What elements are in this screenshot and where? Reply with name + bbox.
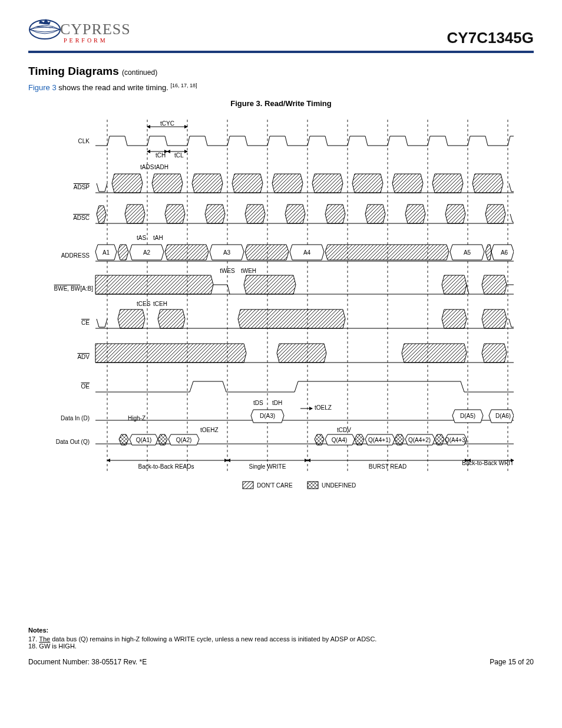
- svg-text:OE: OE: [81, 383, 90, 390]
- svg-text:Q(A4+1): Q(A4+1): [368, 437, 391, 443]
- svg-text:Data Out (Q): Data Out (Q): [56, 439, 90, 445]
- figure-title: Figure 3. Read/Write Timing: [28, 99, 534, 108]
- svg-text:tDS: tDS: [253, 400, 263, 406]
- section-title: Timing Diagrams (continued): [28, 65, 534, 78]
- svg-text:UNDEFINED: UNDEFINED: [322, 482, 356, 489]
- svg-text:tOELZ: tOELZ: [315, 404, 332, 411]
- intro-rest: shows the read and write timing.: [58, 83, 168, 92]
- part-number: CY7C1345G: [447, 29, 534, 47]
- intro-text: Figure 3 shows the read and write timing…: [28, 83, 534, 92]
- svg-text:[A:B]: [A:B]: [80, 285, 93, 292]
- svg-text:A3: A3: [223, 249, 231, 256]
- svg-text:ADSC: ADSC: [73, 215, 90, 221]
- svg-text:tCES: tCES: [137, 301, 151, 307]
- svg-text:Back-to-Back READs: Back-to-Back READs: [138, 463, 194, 470]
- page-number: Page 15 of 20: [490, 658, 534, 666]
- svg-text:D(A6): D(A6): [495, 413, 511, 419]
- svg-text:Back-to-Back WRITEs: Back-to-Back WRITEs: [462, 460, 514, 466]
- svg-text:D(A5): D(A5): [460, 413, 475, 419]
- svg-text:D(A3): D(A3): [260, 413, 275, 419]
- svg-text:ADDRESS: ADDRESS: [61, 252, 90, 259]
- svg-text:Q(A4+3): Q(A4+3): [445, 437, 467, 443]
- notes-section: Notes: 17. The data bus (Q) remains in h…: [28, 627, 534, 650]
- svg-text:Q(A1): Q(A1): [136, 437, 152, 443]
- page-footer: Document Number: 38-05517 Rev. *E Page 1…: [28, 658, 534, 666]
- svg-text:ADSP: ADSP: [74, 184, 90, 190]
- svg-text:Single WRITE: Single WRITE: [249, 463, 286, 470]
- logo-name: CYPRESS: [60, 22, 131, 37]
- svg-text:tCYC: tCYC: [160, 120, 174, 127]
- note-17: 17. The data bus (Q) remains in high-Z f…: [28, 635, 534, 643]
- svg-text:A1: A1: [103, 249, 110, 256]
- continued-label: (continued): [122, 68, 157, 77]
- svg-text:tCL: tCL: [174, 152, 184, 159]
- svg-text:A2: A2: [143, 249, 151, 256]
- svg-text:Q(A2): Q(A2): [176, 437, 192, 443]
- page-header: CYPRESS PERFORM CY7C1345G: [28, 18, 534, 53]
- svg-text:tOEHZ: tOEHZ: [200, 427, 219, 433]
- svg-text:A5: A5: [464, 249, 471, 256]
- svg-text:A4: A4: [303, 249, 311, 256]
- svg-text:Data In (D): Data In (D): [61, 415, 90, 421]
- svg-text:tCH: tCH: [156, 152, 166, 159]
- svg-text:High-Z: High-Z: [128, 415, 146, 421]
- svg-text:DON'T CARE: DON'T CARE: [257, 482, 293, 489]
- note-18: 18. GW is HIGH.: [28, 643, 534, 650]
- svg-text:tADS: tADS: [140, 164, 154, 170]
- notes-title: Notes:: [28, 627, 48, 634]
- figure-link[interactable]: Figure 3: [28, 83, 57, 92]
- svg-text:tDH: tDH: [272, 400, 282, 406]
- svg-text:tCEH: tCEH: [153, 301, 167, 307]
- svg-text:Q(A4+2): Q(A4+2): [408, 437, 431, 443]
- intro-refs: [16, 17, 18]: [170, 83, 197, 88]
- svg-text:ADV: ADV: [77, 354, 90, 360]
- svg-text:CE: CE: [81, 319, 90, 326]
- logo-tagline: PERFORM: [64, 37, 131, 44]
- svg-text:tADH: tADH: [154, 164, 168, 170]
- svg-text:BURST READ: BURST READ: [369, 463, 406, 470]
- svg-text:tAH: tAH: [153, 235, 163, 241]
- logo: CYPRESS PERFORM: [28, 18, 131, 47]
- svg-text:BWE, BW: BWE, BW: [54, 285, 81, 292]
- svg-rect-75: [243, 482, 253, 489]
- timing-diagram: CLK tCYC tCH tCL ADSP tADS tADH ADSC: [28, 114, 534, 491]
- title-text: Timing Diagrams: [28, 65, 119, 77]
- note-17-text: The data bus (Q) remains in high-Z follo…: [39, 635, 376, 643]
- svg-text:A6: A6: [501, 249, 508, 256]
- svg-rect-77: [308, 482, 318, 489]
- svg-text:tWEH: tWEH: [241, 268, 256, 274]
- svg-text:tAS: tAS: [137, 235, 146, 241]
- svg-text:tCDV: tCDV: [337, 427, 351, 433]
- svg-text:CLK: CLK: [78, 138, 90, 144]
- logo-glyph-icon: [28, 18, 61, 47]
- svg-text:tWES: tWES: [220, 268, 235, 274]
- svg-text:Q(A4): Q(A4): [332, 437, 348, 443]
- doc-number: Document Number: 38-05517 Rev. *E: [28, 658, 147, 666]
